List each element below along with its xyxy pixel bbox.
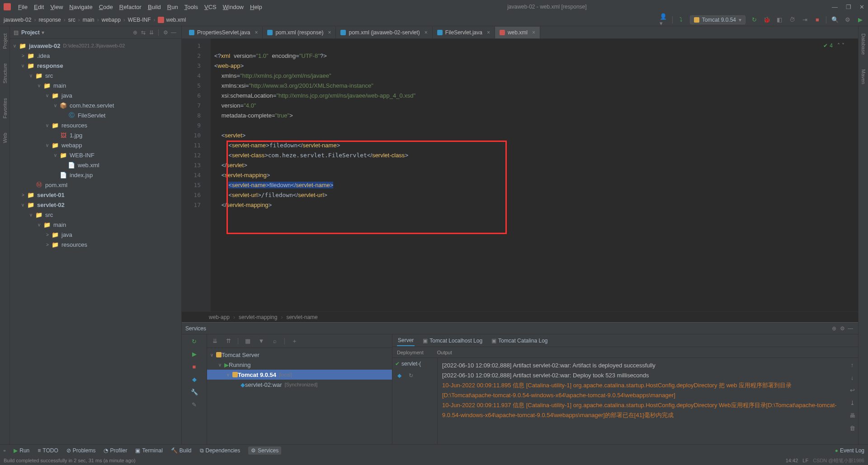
coverage-icon[interactable]: ◧ [775, 16, 783, 24]
code-breadcrumb-segment[interactable]: web-app [209, 314, 230, 320]
build-tool-tab[interactable]: 🔨 Build [171, 447, 192, 454]
tree-item[interactable]: v📁webapp [10, 140, 181, 150]
tree-item[interactable]: >📁.idea [10, 51, 181, 61]
close-tab-icon[interactable]: × [487, 29, 490, 36]
tree-item[interactable]: v📁src [10, 70, 181, 80]
deploy-icon[interactable]: ◆ [190, 375, 198, 383]
menu-code[interactable]: Code [99, 4, 113, 10]
tree-item[interactable]: ⒸFileServlet [10, 110, 181, 120]
print-icon[interactable]: 🖶 [848, 411, 856, 419]
breadcrumb-segment[interactable]: src [68, 17, 75, 23]
close-tab-icon[interactable]: × [328, 29, 331, 36]
inspection-badge[interactable]: ✔4 ˄˅ [823, 41, 844, 51]
menu-run[interactable]: Run [167, 4, 178, 10]
menu-edit[interactable]: Edit [34, 4, 44, 10]
maven-tool-tab[interactable]: Maven [861, 66, 866, 87]
menu-vcs[interactable]: VCS [204, 4, 217, 10]
tree-item[interactable]: v📁main [10, 80, 181, 90]
menu-refactor[interactable]: Refactor [119, 4, 142, 10]
menu-file[interactable]: File [18, 4, 28, 10]
expand-icon[interactable]: ⇆ [139, 28, 147, 37]
run-service-icon[interactable]: ▶ [190, 350, 198, 358]
terminal-tool-tab[interactable]: ▣ Terminal [135, 447, 162, 454]
panel-settings-icon[interactable]: ⚙ [161, 28, 170, 37]
code-breadcrumb-segment[interactable]: servlet-mapping [239, 314, 277, 320]
tree-item[interactable]: v📁main [10, 220, 181, 230]
editor-tab[interactable]: PropertiesServlet.java× [184, 27, 263, 38]
scroll-down-icon[interactable]: ↓ [848, 373, 856, 381]
editor-tab[interactable]: pom.xml (response)× [263, 27, 336, 38]
profiler-tool-tab[interactable]: ◔ Profiler [104, 447, 127, 454]
run-anything-icon[interactable]: ▶ [856, 16, 864, 24]
run-icon[interactable]: ↻ [750, 16, 758, 24]
edit-config-icon[interactable]: ✎ [190, 400, 198, 409]
hide-bottom-icon[interactable]: ▫ [4, 447, 5, 454]
breadcrumb-segment[interactable]: javaweb-02 [4, 17, 31, 23]
menu-navigate[interactable]: Navigate [69, 4, 92, 10]
hide-panel-icon[interactable]: — [170, 28, 178, 37]
fold-gutter[interactable] [204, 39, 211, 311]
run-tool-tab[interactable]: ▶ Run [14, 447, 29, 454]
svc-filters-icon[interactable]: ⌕ [271, 337, 279, 345]
svc-add-icon[interactable]: ＋ [290, 337, 298, 345]
minimize-icon[interactable]: — [832, 4, 838, 10]
close-tab-icon[interactable]: × [255, 29, 258, 36]
services-tab[interactable]: ▣Tomcat Catalina Log [491, 336, 548, 346]
close-tab-icon[interactable]: × [532, 29, 535, 36]
services-tree-item[interactable]: ◆ servlet-02:war [Synchronized] [207, 380, 392, 390]
problems-tool-tab[interactable]: ⊘ Problems [66, 447, 96, 454]
tree-item[interactable]: >📁resources [10, 240, 181, 249]
favorites-tool-tab[interactable]: Favorites [2, 95, 8, 121]
menu-help[interactable]: Help [250, 4, 262, 10]
locate-icon[interactable]: ⊕ [131, 28, 139, 37]
menu-view[interactable]: View [50, 4, 63, 10]
breadcrumb[interactable]: javaweb-02›response›src›main›webapp›WEB-… [4, 17, 186, 23]
debug-icon[interactable]: 🐞 [763, 16, 771, 24]
breadcrumb-segment[interactable]: webapp [102, 17, 121, 23]
project-tree[interactable]: v📁javaweb-02D:\idea2021.2.3\javaweb-02>📁… [10, 39, 181, 444]
tree-item[interactable]: 📄web.xml [10, 160, 181, 170]
menu-window[interactable]: Window [223, 4, 244, 10]
project-tool-tab[interactable]: Project [2, 31, 8, 52]
services-hide-icon[interactable]: — [846, 324, 854, 333]
redeploy-icon[interactable]: ↻ [407, 371, 415, 380]
rerun-icon[interactable]: ↻ [190, 337, 198, 345]
breadcrumb-segment[interactable]: response [38, 17, 61, 23]
tree-item[interactable]: v📁src [10, 210, 181, 220]
breadcrumb-segment[interactable]: WEB-INF [128, 17, 151, 23]
settings-icon[interactable]: ⚙ [844, 16, 852, 24]
services-expand-icon[interactable]: ⊕ [830, 324, 838, 333]
menu-tools[interactable]: Tools [184, 4, 198, 10]
maximize-icon[interactable]: ❐ [846, 4, 851, 10]
scroll-up-icon[interactable]: ↑ [848, 361, 856, 369]
todo-tool-tab[interactable]: ≡ TODO [38, 447, 58, 454]
services-tool-tab[interactable]: ⚙ Services [248, 446, 281, 455]
services-tree-item[interactable]: v Tomcat 9.0.54 [local] [207, 370, 392, 380]
code-breadcrumb[interactable]: web-app › servlet-mapping › servlet-name [182, 311, 858, 322]
deployment-list[interactable]: ✔ servlet-( ◆ ↻ [392, 358, 438, 444]
close-tab-icon[interactable]: × [425, 29, 428, 36]
web-tool-tab[interactable]: Web [2, 130, 8, 146]
svc-collapse-icon[interactable]: ⇈ [224, 337, 232, 345]
scroll-to-end-icon[interactable]: ⤓ [848, 399, 856, 407]
code-breadcrumb-segment[interactable]: servlet-name [286, 314, 317, 320]
services-tab[interactable]: ▣Tomcat Localhost Log [422, 336, 483, 346]
services-tree-item[interactable]: v ▶ Running [207, 360, 392, 370]
tree-item[interactable]: Ⓜpom.xml [10, 180, 181, 190]
svc-expand-icon[interactable]: ⇊ [211, 337, 219, 345]
tree-item[interactable]: >📁java [10, 230, 181, 240]
project-view-icon[interactable]: ▤ [14, 29, 19, 36]
services-tab[interactable]: Server [397, 335, 415, 346]
tree-item[interactable]: v📁java [10, 90, 181, 100]
line-gutter[interactable]: 1234567891011121314151617 [182, 39, 204, 311]
breadcrumb-segment[interactable]: web.xml [166, 17, 186, 23]
structure-tool-tab[interactable]: Structure [2, 61, 8, 86]
wrench-icon[interactable]: 🔧 [190, 388, 198, 396]
soft-wrap-icon[interactable]: ↩ [848, 386, 856, 394]
svc-group-icon[interactable]: ▦ [244, 337, 252, 345]
editor-tab[interactable]: pom.xml (javaweb-02-servlet)× [336, 27, 432, 38]
editor-tab[interactable]: web.xml× [495, 27, 540, 38]
tree-item[interactable]: v📦com.heze.servlet [10, 100, 181, 110]
services-tree-item[interactable]: v Tomcat Server [207, 350, 392, 360]
dependencies-tool-tab[interactable]: ⧉ Dependencies [200, 447, 241, 454]
